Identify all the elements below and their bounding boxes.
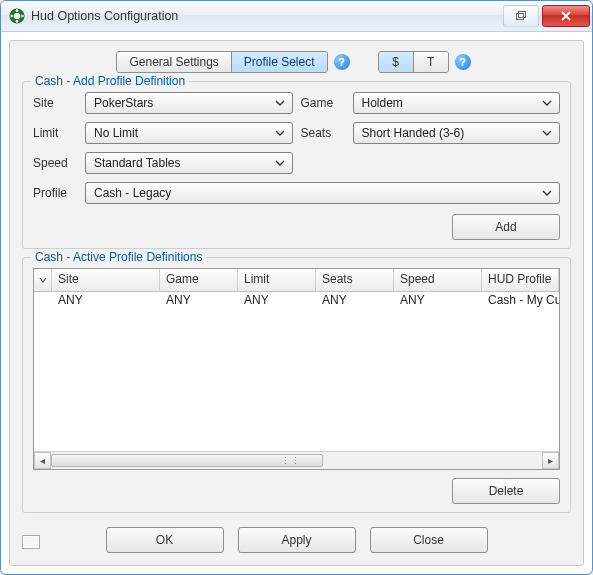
titlebar: Hud Options Configuration	[1, 1, 592, 32]
chevron-down-icon	[539, 190, 555, 196]
cash-tourney-toggle: $ T	[378, 51, 449, 73]
scroll-track[interactable]: ⋮⋮	[51, 452, 542, 469]
svg-rect-6	[517, 14, 524, 20]
col-limit[interactable]: Limit	[238, 269, 316, 291]
col-game[interactable]: Game	[160, 269, 238, 291]
combo-game[interactable]: Holdem	[353, 92, 561, 114]
label-site: Site	[33, 96, 77, 110]
cell-hud-profile: Cash - My Custom H	[482, 292, 559, 310]
delete-button[interactable]: Delete	[452, 478, 560, 504]
add-button[interactable]: Add	[452, 214, 560, 240]
combo-site[interactable]: PokerStars	[85, 92, 293, 114]
scroll-grip-icon: ⋮⋮	[287, 454, 295, 467]
svg-point-5	[10, 15, 13, 18]
close-window-button[interactable]	[542, 5, 590, 27]
table-row[interactable]: ANY ANY ANY ANY ANY Cash - My Custom H	[34, 292, 559, 310]
scroll-right-icon[interactable]: ▸	[542, 452, 559, 469]
ok-button[interactable]: OK	[106, 527, 224, 553]
col-hud-profile[interactable]: HUD Profile	[482, 269, 559, 291]
chevron-down-icon	[272, 130, 288, 136]
toggle-tournament[interactable]: T	[414, 52, 448, 72]
main-panel: General Settings Profile Select ? $ T ? …	[9, 40, 584, 566]
combo-seats[interactable]: Short Handed (3-6)	[353, 122, 561, 144]
help-icon[interactable]: ?	[334, 54, 350, 70]
label-seats: Seats	[301, 126, 345, 140]
tab-profile-select[interactable]: Profile Select	[232, 52, 327, 72]
group-active-legend: Cash - Active Profile Definitions	[31, 250, 206, 264]
window-title: Hud Options Configuration	[31, 9, 503, 23]
horizontal-scrollbar[interactable]: ◂ ⋮⋮ ▸	[34, 451, 559, 469]
help-icon-2[interactable]: ?	[455, 54, 471, 70]
app-icon	[9, 8, 25, 24]
close-button[interactable]: Close	[370, 527, 488, 553]
keyboard-icon[interactable]	[22, 535, 40, 549]
window-frame: Hud Options Configuration General Settin…	[0, 0, 593, 575]
group-add-legend: Cash - Add Profile Definition	[31, 74, 189, 88]
scroll-left-icon[interactable]: ◂	[34, 452, 51, 469]
cell-speed: ANY	[394, 292, 482, 310]
combo-profile[interactable]: Cash - Legacy	[85, 182, 560, 204]
top-button-row: General Settings Profile Select ? $ T ?	[22, 51, 571, 73]
col-seats[interactable]: Seats	[316, 269, 394, 291]
svg-point-1	[14, 13, 20, 19]
group-add-profile: Cash - Add Profile Definition Site Poker…	[22, 81, 571, 249]
label-profile: Profile	[33, 186, 77, 200]
tab-general-settings[interactable]: General Settings	[117, 52, 231, 72]
combo-site-value: PokerStars	[94, 96, 153, 110]
toggle-cash[interactable]: $	[379, 52, 414, 72]
cell-seats: ANY	[316, 292, 394, 310]
window-buttons	[503, 5, 590, 27]
sort-indicator-icon[interactable]	[34, 269, 52, 291]
active-table: Site Game Limit Seats Speed HUD Profile …	[33, 268, 560, 470]
combo-speed[interactable]: Standard Tables	[85, 152, 293, 174]
svg-point-4	[16, 20, 19, 23]
col-site[interactable]: Site	[52, 269, 160, 291]
combo-limit[interactable]: No Limit	[85, 122, 293, 144]
svg-rect-7	[519, 12, 526, 18]
group-active-definitions: Cash - Active Profile Definitions Site G…	[22, 257, 571, 513]
svg-point-3	[21, 15, 24, 18]
combo-profile-value: Cash - Legacy	[94, 186, 171, 200]
col-speed[interactable]: Speed	[394, 269, 482, 291]
label-limit: Limit	[33, 126, 77, 140]
restore-button[interactable]	[503, 5, 539, 27]
footer: OK Apply Close	[22, 521, 571, 555]
label-game: Game	[301, 96, 345, 110]
combo-limit-value: No Limit	[94, 126, 138, 140]
main-tabs: General Settings Profile Select	[116, 51, 327, 73]
combo-speed-value: Standard Tables	[94, 156, 181, 170]
cell-game: ANY	[160, 292, 238, 310]
chevron-down-icon	[539, 130, 555, 136]
combo-seats-value: Short Handed (3-6)	[362, 126, 465, 140]
apply-button[interactable]: Apply	[238, 527, 356, 553]
svg-point-2	[16, 9, 19, 12]
label-speed: Speed	[33, 156, 77, 170]
cell-site: ANY	[52, 292, 160, 310]
table-body: ANY ANY ANY ANY ANY Cash - My Custom H	[34, 292, 559, 451]
cell-limit: ANY	[238, 292, 316, 310]
chevron-down-icon	[539, 100, 555, 106]
chevron-down-icon	[272, 160, 288, 166]
combo-game-value: Holdem	[362, 96, 403, 110]
chevron-down-icon	[272, 100, 288, 106]
table-header: Site Game Limit Seats Speed HUD Profile	[34, 269, 559, 292]
